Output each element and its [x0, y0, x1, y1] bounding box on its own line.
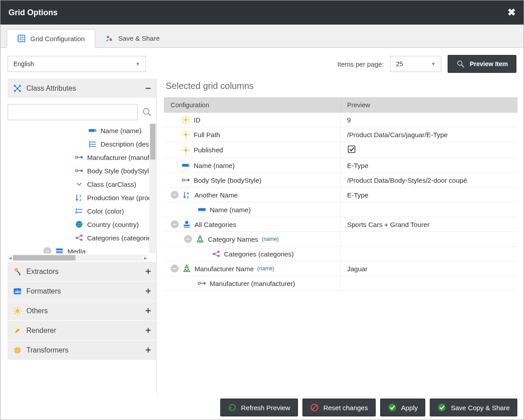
tree-item-color[interactable]: Color (color): [8, 204, 149, 218]
refresh-preview-button[interactable]: Refresh Preview: [220, 399, 298, 416]
svg-rect-76: [185, 122, 186, 124]
svg-rect-4: [18, 38, 20, 39]
sort-num-icon: 12: [75, 193, 84, 202]
svg-line-20: [17, 86, 20, 88]
collapse-icon[interactable]: −: [171, 265, 179, 273]
preview-item-button[interactable]: Preview Item: [448, 55, 516, 73]
dialog-title: Grid Options: [8, 8, 58, 17]
col-configuration[interactable]: Configuration: [164, 98, 341, 113]
svg-rect-27: [92, 142, 96, 143]
svg-rect-50: [56, 248, 63, 250]
row-bodystyle[interactable]: Body Style (bodyStyle) /Product Data/Bod…: [164, 173, 517, 188]
svg-rect-106: [218, 255, 219, 257]
tree-horizontal-scrollbar[interactable]: ◄►: [8, 254, 148, 261]
svg-rect-7: [18, 40, 20, 42]
tree-item-description[interactable]: Description (description): [8, 137, 149, 151]
svg-rect-103: [184, 227, 189, 228]
svg-rect-80: [188, 121, 189, 123]
row-namename[interactable]: Name (name): [164, 202, 517, 217]
apply-button[interactable]: Apply: [380, 399, 426, 416]
tree-item-productionyear[interactable]: 12 Production Year (productionYear): [8, 191, 149, 204]
svg-rect-84: [185, 130, 186, 132]
svg-rect-100: [198, 208, 205, 211]
attribute-search-input[interactable]: [8, 104, 138, 120]
svg-rect-77: [181, 119, 183, 120]
svg-line-22: [17, 88, 20, 91]
row-allcategories[interactable]: −All Categories Sports Cars + Grand Tour…: [164, 217, 517, 232]
grid-icon: [17, 34, 26, 43]
items-per-page-label: Items per page:: [337, 60, 384, 68]
svg-rect-45: [76, 237, 78, 239]
row-fullpath[interactable]: Full Path /Product Data/Cars/jaguar/E-Ty…: [164, 127, 517, 142]
right-pane: Selected grid columns Configuration Prev…: [157, 78, 524, 395]
svg-rect-91: [181, 150, 183, 151]
collapse-icon[interactable]: −: [184, 235, 192, 243]
relation-icon: [75, 153, 84, 162]
input-icon: [88, 126, 97, 135]
svg-line-107: [214, 252, 218, 254]
row-published[interactable]: Published: [164, 142, 517, 158]
accordion-class-attributes[interactable]: Class Attributes −: [8, 78, 156, 98]
chevron-down-icon: ▼: [135, 61, 140, 67]
svg-rect-2: [21, 35, 22, 37]
row-anothername[interactable]: −AZAnother Name E-Type: [164, 188, 517, 202]
row-id[interactable]: ID 9: [164, 113, 517, 127]
tree-vertical-scrollbar[interactable]: [149, 124, 156, 253]
row-categories[interactable]: Categories (categories): [164, 247, 517, 261]
check-circle-icon: [437, 403, 446, 412]
tab-label: Save & Share: [118, 34, 160, 42]
row-categorynames[interactable]: −Category Names (name): [164, 232, 517, 247]
svg-rect-42: [76, 212, 77, 213]
tree-item-bodystyle[interactable]: Body Style (bodyStyle): [8, 164, 149, 177]
pencil-icon: [13, 326, 22, 335]
row-name[interactable]: Name (name) E-Type: [164, 158, 517, 173]
accordion-others[interactable]: Others +: [8, 301, 156, 320]
tree-label: Name (name): [101, 127, 142, 134]
close-icon[interactable]: ✖: [507, 7, 516, 18]
svg-line-48: [78, 235, 81, 238]
svg-rect-8: [21, 40, 22, 42]
tree-item-categories[interactable]: Categories (categories): [8, 231, 149, 244]
save-copy-share-button[interactable]: Save Copy & Share: [430, 399, 517, 416]
svg-point-110: [203, 282, 205, 285]
tab-save-share[interactable]: Save & Share: [95, 29, 170, 47]
col-preview[interactable]: Preview: [341, 98, 517, 113]
language-select[interactable]: English ▼: [8, 56, 146, 72]
tree-item-country[interactable]: Country (country): [8, 218, 149, 231]
button-label: Apply: [401, 404, 418, 412]
input-icon: [181, 161, 190, 170]
tree-label: Production Year (productionYear): [87, 194, 149, 202]
svg-rect-41: [78, 209, 83, 210]
share-nodes-icon: [212, 249, 221, 258]
tree-item-media[interactable]: − Media: [8, 244, 149, 253]
svg-point-44: [76, 221, 83, 228]
svg-point-83: [184, 133, 187, 136]
accordion-transformers[interactable]: Transformers +: [8, 340, 156, 360]
svg-rect-31: [92, 146, 96, 147]
svg-rect-51: [56, 251, 63, 253]
svg-rect-86: [181, 134, 183, 135]
search-icon[interactable]: [140, 105, 154, 119]
row-manufacturer[interactable]: Manufacturer (manufacturer): [164, 276, 517, 291]
row-manufacturername[interactable]: −Manufacturer Name (name) Jaguar: [164, 261, 517, 276]
relation-icon: [75, 166, 84, 175]
items-per-page-select[interactable]: 25 ▼: [390, 56, 441, 72]
svg-rect-82: [188, 117, 189, 118]
tab-grid-configuration[interactable]: Grid Configuration: [7, 29, 95, 48]
attribute-tree: Name (name) Description (description) Ma…: [8, 124, 156, 253]
collapse-icon[interactable]: −: [43, 247, 51, 253]
svg-rect-105: [218, 251, 219, 252]
tree-item-name[interactable]: Name (name): [8, 124, 149, 137]
reset-changes-button[interactable]: Reset changes: [302, 399, 376, 416]
tree-item-carclass[interactable]: Class (carClass): [8, 177, 149, 191]
svg-point-36: [80, 170, 83, 172]
top-controls: English ▼ Items per page: 25 ▼ Preview I…: [0, 48, 524, 78]
accordion-extractors[interactable]: Extractors +: [8, 261, 156, 281]
accordion-renderer[interactable]: Renderer +: [8, 320, 156, 340]
collapse-icon[interactable]: −: [171, 191, 179, 199]
button-label: Reset changes: [323, 404, 368, 412]
tree-item-manufacturer[interactable]: Manufacturer (manufacturer): [8, 151, 149, 164]
collapse-icon[interactable]: −: [171, 220, 179, 228]
plus-icon: +: [145, 286, 151, 297]
accordion-formatters[interactable]: abc Formatters +: [8, 281, 156, 301]
